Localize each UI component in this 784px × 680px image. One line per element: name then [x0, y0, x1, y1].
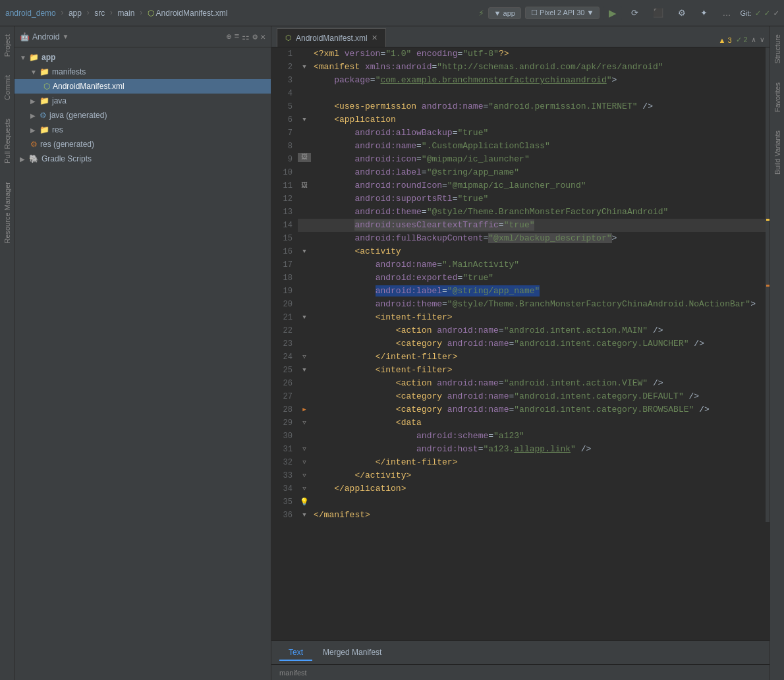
expand-manifests-icon: ▼ [30, 69, 37, 76]
gutter-28[interactable]: ▶ [298, 403, 311, 416]
gutter-21[interactable]: ▼ [298, 311, 311, 324]
run-button[interactable]: ▶ [603, 6, 622, 20]
line-num-21: 21 [271, 311, 298, 324]
app-config-button[interactable]: ▼ app [488, 7, 521, 19]
code-line-16: 16 ▼ <activity [271, 245, 766, 258]
filter-icon[interactable]: ⚏ [242, 32, 250, 42]
line-num-4: 4 [271, 87, 298, 100]
expand-warnings-icon[interactable]: ∧ [752, 36, 756, 44]
gutter-34[interactable]: ▽ [298, 482, 311, 496]
code-content[interactable]: 1 <?xml version="1.0" encoding="utf-8"?>… [271, 47, 770, 640]
manifests-folder-icon: 📁 [40, 67, 49, 76]
collapse-warnings-icon[interactable]: ∨ [760, 36, 764, 44]
tree-app[interactable]: ▼ 📁 app [14, 50, 271, 65]
device-config-button[interactable]: ☐ Pixel 2 API 30 ▼ [525, 7, 600, 19]
expand-res-icon: ▶ [30, 127, 37, 134]
breadcrumb-sep2: › [86, 9, 90, 18]
gutter-4 [298, 87, 311, 100]
gutter-16[interactable]: ▼ [298, 245, 311, 258]
gutter-19 [298, 285, 311, 298]
gutter-24[interactable]: ▽ [298, 351, 311, 364]
breadcrumb-file[interactable]: ⬡ AndroidManifest.xml [148, 9, 228, 18]
code-line-14: 14 android:usesCleartextTraffic="true" [271, 219, 766, 232]
line-num-36: 36 [271, 509, 298, 522]
coverage-button[interactable]: ✦ [695, 7, 713, 19]
code-line-2: 2 ▼ <manifest xmlns:android="http://sche… [271, 61, 766, 74]
line-num-10: 10 [271, 166, 298, 179]
refresh-button[interactable]: ⟳ [626, 7, 644, 19]
code-line-23: 23 <category android:name="android.inten… [271, 337, 766, 351]
tree-gradle[interactable]: ▶ 🐘 Gradle Scripts [14, 152, 271, 166]
line-num-6: 6 [271, 113, 298, 127]
gutter-25[interactable]: ▼ [298, 364, 311, 377]
code-line-12: 12 android:supportsRtl="true" [271, 192, 766, 206]
tab-favorites[interactable]: Favorites [772, 80, 783, 115]
gutter-6[interactable]: ▼ [298, 113, 311, 127]
line-num-27: 27 [271, 390, 298, 403]
tab-pull-requests[interactable]: Pull Requests [2, 116, 13, 166]
gutter-32[interactable]: ▽ [298, 456, 311, 469]
gutter-2[interactable]: ▼ [298, 61, 311, 74]
gutter-9[interactable]: 🖼 [298, 153, 311, 162]
margin-warn-1 [766, 219, 770, 221]
tab-commit[interactable]: Commit [2, 72, 13, 103]
gutter-36[interactable]: ▼ [298, 509, 311, 522]
tree-javagen-label: java (generated) [49, 111, 107, 120]
btab-merged[interactable]: Merged Manifest [314, 645, 391, 661]
code-line-24: 24 ▽ </intent-filter> [271, 351, 766, 364]
expand-java-icon: ▶ [30, 98, 37, 105]
project-dropdown-icon[interactable]: ▼ [62, 33, 69, 40]
tab-structure[interactable]: Structure [772, 32, 783, 67]
tree-java[interactable]: ▶ 📁 java [14, 94, 271, 108]
editor-tab-manifest[interactable]: ⬡ AndroidManifest.xml ✕ [277, 28, 386, 47]
tab-close-icon[interactable]: ✕ [372, 34, 378, 42]
gutter-33[interactable]: ▽ [298, 469, 311, 482]
code-text-3: package="com.example.branchmonsterfactor… [311, 74, 766, 87]
tab-resource-manager[interactable]: Resource Manager [2, 179, 13, 246]
tree-res-generated[interactable]: ⚙ res (generated) [14, 137, 271, 152]
code-text-1: <?xml version="1.0" encoding="utf-8"?> [311, 47, 766, 61]
collapse-icon[interactable]: ≡ [235, 32, 240, 42]
tree-androidmanifest[interactable]: ⬡ AndroidManifest.xml [14, 79, 271, 94]
res-folder-icon: 📁 [40, 125, 49, 134]
gutter-11[interactable]: 🖼 [298, 179, 311, 192]
code-line-34: 34 ▽ </application> [271, 482, 766, 496]
gutter-35-bulb[interactable]: 💡 [298, 496, 311, 509]
project-title: 🤖 Android ▼ [20, 32, 69, 42]
settings-icon[interactable]: ⚙ [252, 32, 258, 42]
code-line-33: 33 ▽ </activity> [271, 469, 766, 482]
gutter-23 [298, 337, 311, 351]
line-num-33: 33 [271, 469, 298, 482]
code-line-18: 18 android:exported="true" [271, 271, 766, 285]
tab-project[interactable]: Project [2, 32, 13, 59]
tab-build-variants[interactable]: Build Variants [772, 128, 783, 177]
close-icon[interactable]: ✕ [260, 32, 266, 42]
tree-java-generated[interactable]: ▶ ⚙ java (generated) [14, 108, 271, 123]
code-line-30: 30 android:scheme="a123" [271, 430, 766, 443]
breadcrumb-app[interactable]: app [69, 9, 82, 18]
code-text-31: android:host="a123.allapp.link" /> [311, 443, 766, 456]
breadcrumb-src[interactable]: src [94, 9, 105, 18]
right-margin [766, 47, 770, 522]
code-line-3: 3 package="com.example.branchmonsterfact… [271, 74, 766, 87]
green-lightning-icon: ⚡ [478, 7, 484, 18]
project-title-label: Android [32, 32, 59, 42]
line-num-13: 13 [271, 206, 298, 219]
gutter-15 [298, 232, 311, 245]
btab-text[interactable]: Text [279, 645, 312, 661]
stop-button[interactable]: ⬛ [648, 7, 669, 19]
breadcrumb-android-demo[interactable]: android_demo [5, 9, 56, 18]
gutter-13 [298, 206, 311, 219]
gutter-29[interactable]: ▽ [298, 416, 311, 430]
gradle-icon: 🐘 [29, 154, 39, 163]
tree-manifests[interactable]: ▼ 📁 manifests [14, 65, 271, 79]
profile-button[interactable]: ⚙ [673, 7, 691, 19]
more-button[interactable]: … [717, 7, 736, 19]
tree-res[interactable]: ▶ 📁 res [14, 123, 271, 137]
gutter-20 [298, 298, 311, 311]
breadcrumb-main[interactable]: main [117, 9, 134, 18]
code-line-17: 17 android:name=".MainActivity" [271, 258, 766, 271]
right-tabs: Structure Favorites Build Variants [770, 26, 784, 680]
gutter-31[interactable]: ▽ [298, 443, 311, 456]
locate-icon[interactable]: ⊕ [227, 32, 232, 42]
